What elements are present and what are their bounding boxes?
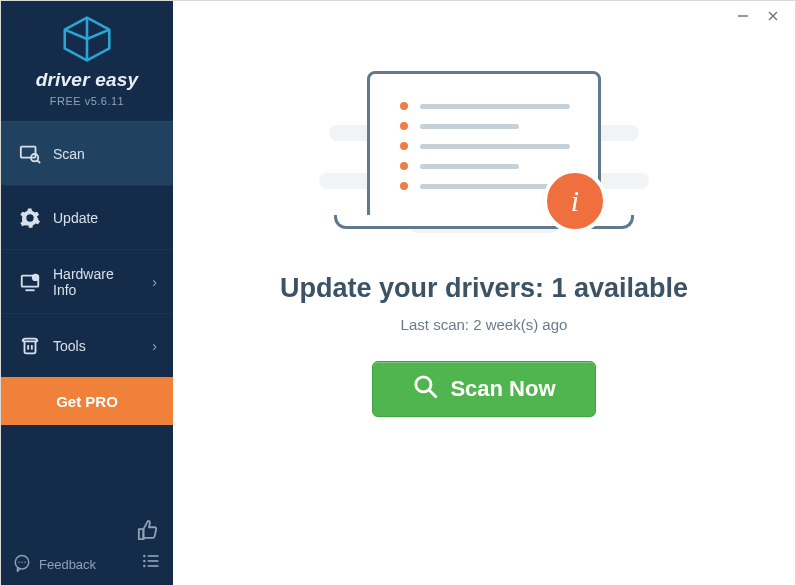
update-gear-icon [19, 207, 41, 229]
svg-point-13 [21, 562, 23, 564]
scan-now-label: Scan Now [450, 376, 555, 402]
sidebar-item-scan[interactable]: Scan [1, 121, 173, 185]
svg-rect-1 [21, 146, 36, 157]
brand-name: driver easy [36, 69, 139, 91]
brand-subtitle: FREE v5.6.11 [50, 95, 124, 107]
get-pro-button[interactable]: Get PRO [1, 377, 173, 425]
svg-point-12 [18, 562, 20, 564]
sidebar-item-tools[interactable]: Tools › [1, 313, 173, 377]
sidebar-item-label: Tools [53, 338, 86, 354]
menu-list-icon[interactable] [141, 551, 161, 575]
window-titlebar [173, 1, 795, 31]
thumbs-up-icon[interactable] [137, 519, 159, 545]
chevron-right-icon: › [152, 338, 157, 354]
sidebar-item-label: Hardware Info [53, 266, 140, 298]
minimize-button[interactable] [729, 5, 757, 27]
info-badge-text: i [571, 184, 579, 218]
brand-logo-icon [59, 15, 115, 63]
app-window: driver easy FREE v5.6.11 Scan [0, 0, 796, 586]
svg-point-15 [143, 555, 146, 558]
svg-point-14 [24, 562, 26, 564]
brand-block: driver easy FREE v5.6.11 [1, 1, 173, 117]
sidebar-item-update[interactable]: Update [1, 185, 173, 249]
sidebar-item-hardware-info[interactable]: i Hardware Info › [1, 249, 173, 313]
info-badge-icon: i [543, 169, 607, 233]
feedback-button[interactable]: Feedback [13, 554, 96, 575]
svg-rect-10 [139, 529, 144, 539]
last-scan-text: Last scan: 2 week(s) ago [401, 316, 568, 333]
chevron-right-icon: › [152, 274, 157, 290]
main-panel: i Update your drivers: 1 available Last … [173, 1, 795, 585]
get-pro-label: Get PRO [56, 393, 118, 410]
scan-now-button[interactable]: Scan Now [372, 361, 596, 417]
sidebar-footer: Feedback [1, 543, 173, 585]
sidebar-item-label: Scan [53, 146, 85, 162]
search-icon [412, 373, 438, 405]
tools-icon [19, 335, 41, 357]
sidebar-nav: Scan Update i [1, 121, 173, 377]
sidebar: driver easy FREE v5.6.11 Scan [1, 1, 173, 585]
svg-line-25 [430, 390, 437, 397]
svg-point-19 [143, 565, 146, 568]
svg-line-3 [37, 160, 40, 163]
laptop-illustration: i [324, 61, 644, 231]
close-button[interactable] [759, 5, 787, 27]
hero-area: i Update your drivers: 1 available Last … [173, 31, 795, 417]
scan-icon [19, 143, 41, 165]
feedback-label: Feedback [39, 557, 96, 572]
sidebar-item-label: Update [53, 210, 98, 226]
svg-point-17 [143, 560, 146, 563]
headline: Update your drivers: 1 available [280, 273, 688, 304]
feedback-icon [13, 554, 31, 575]
hardware-info-icon: i [19, 271, 41, 293]
